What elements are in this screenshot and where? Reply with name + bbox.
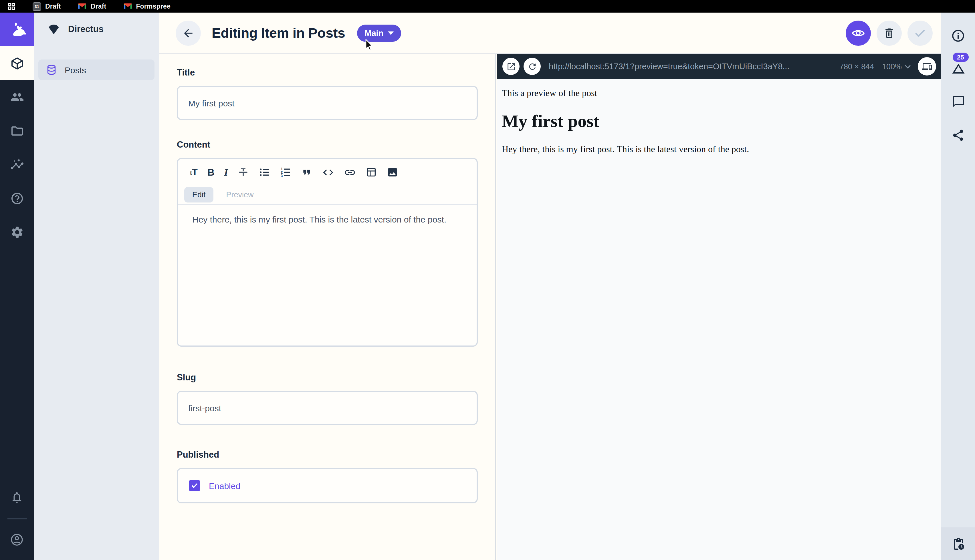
bold-icon[interactable]: B [207, 167, 215, 177]
heading-icon[interactable]: tT [190, 168, 198, 177]
database-icon [46, 64, 57, 75]
flows-panel-section [941, 527, 975, 560]
gmail-icon [123, 3, 132, 10]
module-content[interactable] [0, 46, 34, 80]
app-header: Editing Item in Posts Main [159, 13, 941, 54]
gmail-icon [78, 3, 87, 10]
title-field-label: Title [177, 67, 478, 79]
mouse-cursor [365, 38, 375, 51]
published-field-label: Published [177, 450, 478, 461]
version-label: Main [365, 28, 383, 37]
module-files[interactable] [0, 114, 34, 148]
preview-url[interactable]: http://localhost:5173/1?preview=true&tok… [549, 62, 833, 71]
page-title: Editing Item in Posts [212, 25, 345, 41]
directus-logo[interactable] [0, 13, 34, 46]
refresh-icon[interactable] [523, 58, 541, 75]
tab-preview[interactable]: Preview [218, 187, 262, 202]
info-icon[interactable] [945, 23, 971, 48]
item-edit-form: Title Content tT B I [159, 54, 496, 560]
preview-zoom-select[interactable]: 100% [882, 62, 911, 71]
preview-page: This a preview of the post My first post… [497, 79, 941, 159]
numbered-list-icon[interactable]: 1 2 3 [280, 167, 292, 178]
title-input[interactable] [177, 86, 478, 120]
browser-tab-label: Draft [45, 3, 61, 10]
strikethrough-icon[interactable] [238, 167, 249, 178]
slug-field-label: Slug [177, 372, 478, 384]
sidebar-item-posts[interactable]: Posts [38, 60, 155, 80]
chevron-down-icon [905, 64, 911, 68]
italic-icon[interactable]: I [224, 167, 228, 177]
editor-toolbar: tT B I [178, 159, 477, 185]
blockquote-icon[interactable] [301, 167, 313, 178]
browser-tab-label: Draft [91, 3, 107, 10]
module-bar [0, 13, 34, 560]
module-docs[interactable] [0, 181, 34, 215]
image-icon[interactable] [387, 167, 398, 178]
module-users[interactable] [0, 80, 34, 114]
editor-tabs: Edit Preview [178, 185, 477, 205]
calendar-tab-icon: 31 [33, 2, 41, 11]
browser-tab-draft-1[interactable]: 31 Draft [33, 2, 61, 11]
browser-tab-bar: 31 Draft Draft [0, 0, 975, 13]
project-switcher[interactable]: Directus [34, 13, 159, 46]
open-in-new-icon[interactable] [502, 58, 520, 75]
published-checkbox[interactable] [189, 480, 200, 492]
share-icon[interactable] [945, 122, 971, 148]
chevron-down-icon [388, 31, 394, 35]
bulleted-list-icon[interactable] [259, 167, 270, 178]
nav-item-label: Posts [65, 65, 86, 75]
code-icon[interactable] [322, 166, 335, 178]
svg-text:3: 3 [281, 174, 283, 178]
module-settings[interactable] [0, 215, 34, 249]
version-menu-button[interactable]: Main [357, 24, 401, 42]
comments-icon[interactable] [945, 89, 971, 114]
nav-sidebar: Directus Posts [34, 13, 159, 560]
revisions-icon[interactable]: 25 [945, 56, 971, 81]
zoom-value: 100% [882, 62, 902, 71]
project-name: Directus [68, 24, 103, 34]
preview-toggle-button[interactable] [846, 20, 871, 45]
tab-grid-icon[interactable] [7, 2, 15, 10]
preview-dimensions: 780 × 844 [839, 62, 874, 71]
preview-toolbar: http://localhost:5173/1?preview=true&tok… [497, 54, 941, 79]
slug-input[interactable] [177, 391, 478, 425]
directus-app: 31 Draft Draft [0, 0, 975, 560]
notifications-bell-icon[interactable] [0, 480, 34, 514]
user-avatar[interactable] [0, 523, 34, 557]
content-textarea[interactable]: Hey there, this is my first post. This i… [178, 205, 462, 235]
preview-intro-text: This a preview of the post [502, 88, 937, 98]
pending-tasks-icon[interactable] [951, 537, 965, 550]
browser-tab-draft-2[interactable]: Draft [78, 3, 107, 10]
link-icon[interactable] [344, 166, 356, 178]
browser-tab-formspree[interactable]: Formspree [123, 3, 170, 10]
markdown-editor: tT B I [177, 158, 478, 347]
live-preview-panel: http://localhost:5173/1?preview=true&tok… [497, 54, 941, 560]
published-field: Enabled [177, 468, 478, 503]
right-sidebar: 25 [941, 13, 975, 560]
delete-button[interactable] [877, 20, 902, 45]
back-button[interactable] [176, 20, 201, 45]
project-icon [47, 22, 61, 36]
module-insights[interactable] [0, 148, 34, 181]
revisions-count-badge: 25 [952, 53, 969, 62]
published-checkbox-label[interactable]: Enabled [209, 481, 240, 490]
preview-body-text: Hey there, this is my first post. This i… [502, 144, 937, 155]
preview-heading: My first post [502, 111, 937, 132]
tab-edit[interactable]: Edit [184, 187, 214, 202]
browser-tab-label: Formspree [136, 3, 170, 10]
divider [7, 518, 27, 519]
content-field-label: Content [177, 140, 478, 151]
responsive-mode-icon[interactable] [918, 57, 936, 75]
save-button[interactable] [907, 20, 933, 45]
table-icon[interactable] [366, 167, 377, 178]
